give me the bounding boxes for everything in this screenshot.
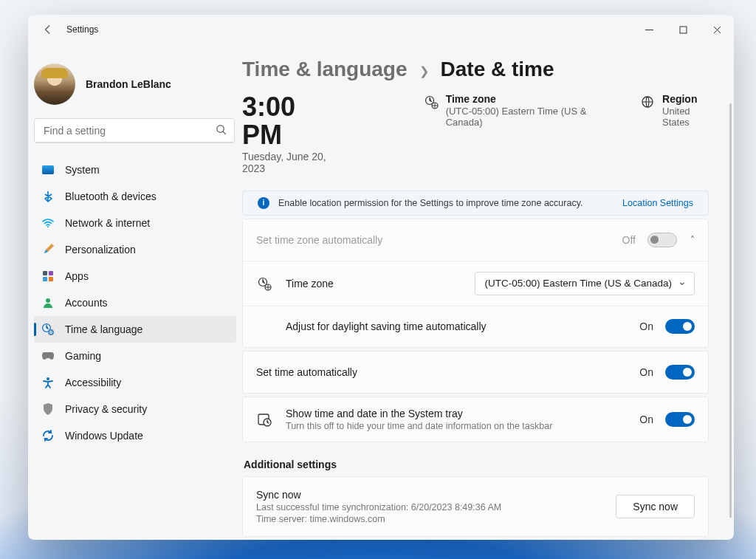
scrollbar[interactable] xyxy=(729,103,732,518)
nav-personalization[interactable]: Personalization xyxy=(34,236,236,263)
auto-time-toggle[interactable] xyxy=(665,365,695,380)
timezone-info: Time zone (UTC-05:00) Eastern Time (US &… xyxy=(424,93,596,128)
svg-rect-4 xyxy=(49,271,53,275)
back-button[interactable] xyxy=(38,20,58,39)
auto-timezone-toggle[interactable] xyxy=(647,233,677,247)
svg-rect-0 xyxy=(680,27,687,33)
maximize-button[interactable] xyxy=(666,15,700,44)
minimize-button[interactable] xyxy=(632,15,666,44)
chevron-up-icon[interactable]: ˄ xyxy=(690,235,695,245)
nav-label: Apps xyxy=(65,270,89,282)
breadcrumb-current: Date & time xyxy=(441,58,554,81)
toggle-state: Off xyxy=(622,234,636,246)
sync-title: Sync now xyxy=(256,489,616,501)
sync-card: Sync now Last successful time synchroniz… xyxy=(242,476,709,537)
timezone-select[interactable]: (UTC-05:00) Eastern Time (US & Canada) xyxy=(475,272,695,295)
profile[interactable]: Brandon LeBlanc xyxy=(28,49,242,118)
additional-settings-heading: Additional settings xyxy=(244,459,709,470)
set-timezone-auto-row: Set time zone automatically Off ˄ xyxy=(243,219,708,261)
globe-clock-icon xyxy=(424,94,439,110)
nav-label: System xyxy=(65,164,100,176)
region-value: United States xyxy=(662,106,709,128)
set-time-auto-row: Set time automatically On xyxy=(243,351,708,393)
main-content: Time & language ❯ Date & time 3:00 PM Tu… xyxy=(242,44,734,540)
nav-time-language[interactable]: Time & language xyxy=(34,316,236,343)
globe-icon xyxy=(640,94,655,110)
nav-bluetooth[interactable]: Bluetooth & devices xyxy=(34,183,236,210)
info-icon: i xyxy=(258,197,269,209)
nav-accounts[interactable]: Accounts xyxy=(34,289,236,316)
timezone-value: (UTC-05:00) Eastern Time (US & Canada) xyxy=(446,106,596,128)
search-icon xyxy=(216,124,227,137)
wifi-icon xyxy=(41,216,55,230)
update-icon xyxy=(41,429,55,442)
avatar xyxy=(34,64,75,105)
accessibility-icon xyxy=(41,376,55,389)
svg-rect-6 xyxy=(49,277,53,281)
button-label: Sync now xyxy=(633,501,678,512)
dst-toggle[interactable] xyxy=(665,319,695,334)
nav-label: Gaming xyxy=(65,350,101,362)
tray-clock-icon xyxy=(256,411,272,428)
nav-windows-update[interactable]: Windows Update xyxy=(34,422,236,449)
infobar-text: Enable location permission for the Setti… xyxy=(278,198,583,208)
search-input[interactable] xyxy=(42,124,216,137)
title-bar: Settings xyxy=(28,15,734,44)
profile-name: Brandon LeBlanc xyxy=(86,78,171,90)
bluetooth-icon xyxy=(41,190,55,203)
nav-label: Bluetooth & devices xyxy=(65,191,157,202)
svg-rect-5 xyxy=(43,277,47,281)
nav-privacy[interactable]: Privacy & security xyxy=(34,396,236,422)
row-title: Set time automatically xyxy=(256,366,639,378)
svg-point-7 xyxy=(46,298,50,303)
clock-time: 3:00 PM xyxy=(242,93,335,149)
chevron-right-icon: ❯ xyxy=(419,64,429,78)
svg-point-10 xyxy=(47,377,49,380)
shield-icon xyxy=(41,402,55,416)
svg-point-2 xyxy=(47,226,49,227)
location-settings-link[interactable]: Location Settings xyxy=(622,198,693,208)
row-title: Adjust for daylight saving time automati… xyxy=(286,320,639,332)
location-infobar: i Enable location permission for the Set… xyxy=(242,191,709,216)
system-tray-row: Show time and date in the System tray Tu… xyxy=(243,397,708,442)
person-icon xyxy=(41,296,55,309)
nav-label: Personalization xyxy=(65,244,136,256)
close-button[interactable] xyxy=(700,15,734,44)
timezone-row: Time zone (UTC-05:00) Eastern Time (US &… xyxy=(243,261,708,306)
sync-server: Time server: time.windows.com xyxy=(256,514,616,524)
select-value: (UTC-05:00) Eastern Time (US & Canada) xyxy=(484,278,672,289)
search-box[interactable] xyxy=(34,118,235,143)
nav-label: Windows Update xyxy=(65,430,143,442)
region-info: Region United States xyxy=(640,93,709,128)
auto-time-card: Set time automatically On xyxy=(242,351,709,394)
sidebar: Brandon LeBlanc System Bluetooth & devic… xyxy=(28,44,242,540)
nav-system[interactable]: System xyxy=(34,157,236,183)
sync-now-button[interactable]: Sync now xyxy=(616,495,695,518)
clock-block: 3:00 PM Tuesday, June 20, 2023 xyxy=(242,93,335,174)
clock-globe-icon xyxy=(41,323,55,336)
display-icon xyxy=(41,163,55,176)
nav-label: Accounts xyxy=(65,297,108,309)
nav-accessibility[interactable]: Accessibility xyxy=(34,369,236,396)
nav-gaming[interactable]: Gaming xyxy=(34,343,236,369)
toggle-state: On xyxy=(639,366,653,378)
svg-rect-3 xyxy=(43,271,47,275)
nav-network[interactable]: Network & internet xyxy=(34,210,236,236)
nav-label: Accessibility xyxy=(65,377,121,388)
toggle-state: On xyxy=(639,414,653,425)
timezone-label: Time zone xyxy=(446,93,596,105)
tray-toggle[interactable] xyxy=(665,412,695,427)
row-title: Show time and date in the System tray xyxy=(286,408,639,419)
sync-row: Sync now Last successful time synchroniz… xyxy=(243,477,708,536)
summary-row: 3:00 PM Tuesday, June 20, 2023 Time zone… xyxy=(242,93,709,174)
row-title: Set time zone automatically xyxy=(256,234,622,246)
breadcrumb-parent[interactable]: Time & language xyxy=(242,58,408,81)
globe-clock-icon xyxy=(256,275,272,292)
region-label: Region xyxy=(662,93,709,105)
settings-window: Settings Brandon LeBlanc xyxy=(28,15,734,540)
nav-apps[interactable]: Apps xyxy=(34,263,236,289)
dst-row: Adjust for daylight saving time automati… xyxy=(243,306,708,347)
nav: System Bluetooth & devices Network & int… xyxy=(28,154,242,540)
apps-icon xyxy=(41,270,55,283)
window-title: Settings xyxy=(66,24,98,35)
